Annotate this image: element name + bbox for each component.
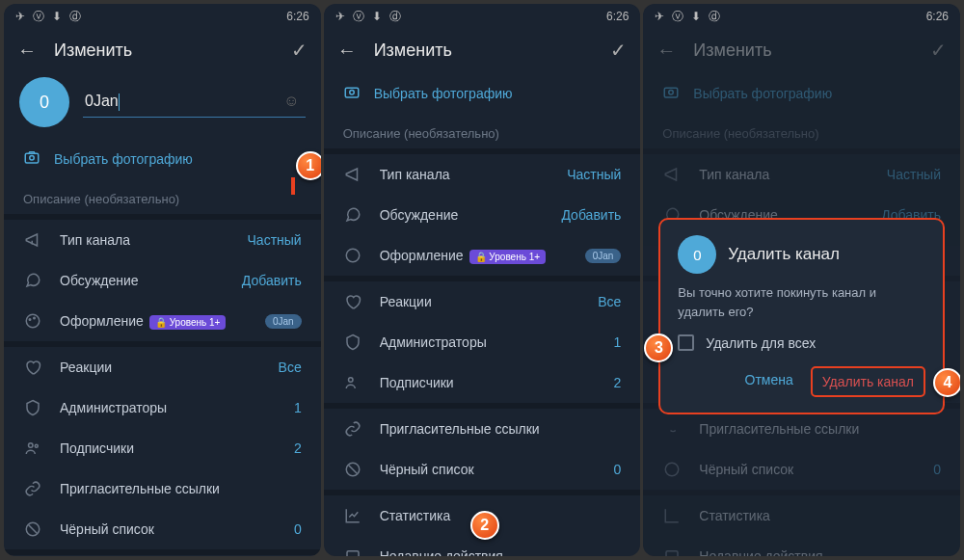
- svg-point-3: [29, 319, 31, 321]
- description-label: Описание (необязательно): [4, 180, 321, 214]
- link-icon: [23, 480, 42, 497]
- confirm-icon[interactable]: ✓: [610, 39, 627, 62]
- users-icon: [23, 440, 42, 457]
- svg-point-12: [349, 91, 354, 95]
- header: ← Изменить ✓: [4, 29, 321, 71]
- svg-point-13: [346, 249, 360, 262]
- statistics[interactable]: Статистика: [4, 555, 321, 556]
- svg-rect-17: [665, 88, 679, 97]
- admins[interactable]: Администраторы1: [324, 322, 641, 362]
- heart-icon: [23, 359, 42, 376]
- back-icon[interactable]: ←: [337, 40, 357, 62]
- wifi-icon: ⓓ: [69, 9, 81, 25]
- screen-3: ✈ⓥ⬇ⓓ 6:26 ←Изменить✓ Выбрать фотографию …: [643, 4, 960, 556]
- svg-rect-0: [25, 153, 39, 163]
- step-4: 4: [933, 368, 960, 397]
- cancel-button[interactable]: Отмена: [736, 366, 803, 397]
- download-icon: ⬇: [52, 10, 62, 23]
- svg-point-4: [34, 317, 36, 319]
- reactions[interactable]: РеакцииВсе: [324, 281, 641, 322]
- viber-icon: ⓥ: [33, 9, 44, 25]
- name-input[interactable]: 0Jan ☺: [83, 87, 306, 118]
- reactions[interactable]: РеакцииВсе: [4, 347, 321, 387]
- svg-rect-11: [345, 88, 359, 97]
- svg-point-18: [669, 91, 674, 95]
- screen-2: ✈ⓥ⬇ⓓ 6:26 ← Изменить ✓ Выбрать фотографи…: [324, 4, 641, 556]
- invite-links[interactable]: Пригласительные ссылки: [324, 409, 641, 449]
- channel-type[interactable]: Тип каналаЧастный: [324, 154, 641, 195]
- discussion[interactable]: ОбсуждениеДобавить: [324, 195, 641, 235]
- emoji-icon[interactable]: ☺: [283, 93, 299, 110]
- svg-point-5: [29, 443, 34, 448]
- svg-point-6: [35, 444, 38, 447]
- scroll-arrow: [284, 177, 302, 195]
- blacklist[interactable]: Чёрный список0: [4, 509, 321, 549]
- svg-point-1: [30, 156, 35, 161]
- choose-photo[interactable]: Выбрать фотографию: [324, 71, 641, 115]
- chat-icon: [23, 272, 42, 289]
- header: ← Изменить ✓: [324, 29, 641, 71]
- admins[interactable]: Администраторы1: [4, 387, 321, 428]
- channel-type[interactable]: Тип каналаЧастный: [4, 220, 321, 260]
- choose-photo[interactable]: Выбрать фотографию: [4, 137, 321, 180]
- svg-rect-22: [666, 551, 678, 556]
- dialog-avatar: 0: [678, 235, 716, 274]
- invite-links[interactable]: Пригласительные ссылки: [4, 468, 321, 509]
- palette-icon: [23, 312, 42, 330]
- shield-icon: [23, 399, 42, 416]
- time: 6:26: [286, 10, 308, 23]
- delete-for-all[interactable]: Удалить для всех: [678, 334, 925, 351]
- name-row: 0 0Jan ☺: [4, 71, 321, 137]
- ban-icon: [23, 520, 42, 538]
- megaphone-icon: [23, 231, 42, 249]
- camera-icon: [23, 148, 40, 169]
- appearance[interactable]: Оформление🔒 Уровень 1+0Jan: [324, 235, 641, 276]
- telegram-icon: ✈: [15, 10, 25, 23]
- statusbar: ✈ ⓥ ⬇ ⓓ 6:26: [4, 4, 321, 29]
- statusbar: ✈ⓥ⬇ⓓ 6:26: [643, 4, 960, 29]
- dialog-message: Вы точно хотите покинуть канал и удалить…: [678, 283, 925, 321]
- delete-dialog: 0 Удалить канал Вы точно хотите покинуть…: [658, 218, 945, 414]
- subscribers[interactable]: Подписчики2: [324, 362, 641, 403]
- svg-point-14: [348, 378, 353, 383]
- back-icon[interactable]: ←: [17, 40, 37, 62]
- avatar[interactable]: 0: [19, 77, 69, 127]
- step-2: 2: [470, 511, 499, 540]
- blacklist[interactable]: Чёрный список0: [324, 449, 641, 490]
- screen-1: ✈ ⓥ ⬇ ⓓ 6:26 ← Изменить ✓ 0 0Jan ☺ Выбра…: [4, 4, 321, 556]
- confirm-delete-button[interactable]: Удалить канал: [811, 366, 925, 397]
- checkbox-icon[interactable]: [678, 334, 694, 351]
- svg-point-2: [26, 314, 40, 328]
- appearance[interactable]: Оформление🔒 Уровень 1+0Jan: [4, 301, 321, 341]
- step-1: 1: [296, 151, 321, 180]
- statusbar: ✈ⓥ⬇ⓓ 6:26: [324, 4, 641, 29]
- discussion[interactable]: ОбсуждениеДобавить: [4, 260, 321, 301]
- subscribers[interactable]: Подписчики2: [4, 428, 321, 468]
- confirm-icon[interactable]: ✓: [291, 39, 308, 62]
- svg-rect-16: [347, 551, 359, 556]
- svg-point-21: [666, 463, 680, 476]
- header-title: Изменить: [54, 40, 274, 61]
- dialog-title: Удалить канал: [728, 245, 840, 264]
